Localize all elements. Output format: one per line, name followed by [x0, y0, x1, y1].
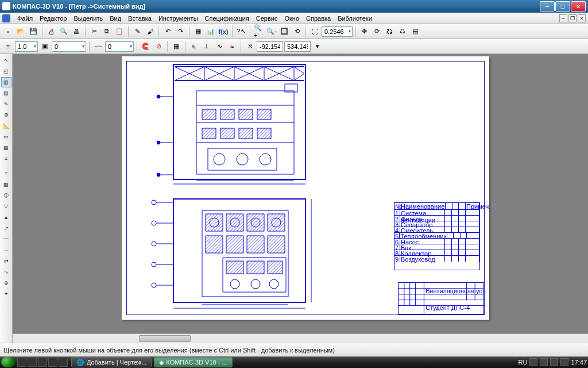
plot-button[interactable]: 🖶 [71, 26, 82, 37]
clock[interactable]: 17:47 [571, 359, 587, 366]
table-tool-button[interactable]: ▦ [1, 179, 11, 190]
print-button[interactable]: 🖨 [45, 26, 57, 37]
cut-button[interactable]: ✂ [88, 26, 100, 37]
base-tool-button[interactable]: ▲ [1, 212, 11, 223]
rotate-button[interactable]: ⟳ [372, 26, 383, 37]
copy-button[interactable]: ⧉ [101, 26, 113, 37]
snap-off-button[interactable]: ⊘ [153, 41, 164, 52]
line-weight-combo[interactable]: 1.0 [15, 41, 38, 52]
variables-button[interactable]: 📊 [205, 26, 216, 37]
zoom-window-button[interactable]: 🔲 [278, 26, 290, 37]
mark-tool-button[interactable]: 〰 [1, 234, 11, 244]
properties-button[interactable]: ✎ [131, 26, 143, 37]
new-button[interactable]: ▫ [2, 26, 14, 37]
layer-color-button[interactable]: ▣ [39, 41, 51, 52]
preview-button[interactable]: 🔍 [58, 26, 69, 37]
manage-button[interactable]: ▦ [192, 26, 204, 37]
menu-insert[interactable]: Вставка [125, 14, 155, 23]
geometry-tool-button[interactable]: ◰ [1, 66, 11, 76]
zoom-in-button[interactable]: 🔍+ [253, 26, 265, 37]
zoom-combo[interactable]: 0.2546 [322, 26, 353, 37]
leader-tool-button[interactable]: ↗ [1, 223, 11, 233]
refresh-button[interactable]: ♺ [397, 26, 408, 37]
format-button[interactable]: 🖌 [144, 26, 156, 37]
reports-tool-button[interactable]: ≡ [1, 154, 11, 164]
tray-icon[interactable] [529, 358, 537, 366]
fx-button[interactable]: f(x) [218, 26, 229, 37]
text-tool-button[interactable]: T [1, 168, 11, 179]
line-style-button[interactable]: ≡ [2, 41, 14, 52]
quicklaunch-icon[interactable] [28, 358, 37, 367]
drawing-canvas[interactable]: № Наименование Примеч. 1Система вентиляц… [13, 54, 588, 343]
balloon-tool-button[interactable]: ➀ [1, 190, 11, 201]
language-indicator[interactable]: RU [519, 359, 528, 366]
child-minimize-button[interactable]: – [559, 14, 567, 22]
grid-button[interactable]: ▦ [171, 41, 182, 52]
menu-select[interactable]: Выделить [70, 14, 106, 23]
redraw-button[interactable]: 🗘 [384, 26, 396, 37]
rough-tool-button[interactable]: ▽ [1, 201, 11, 212]
pan-button[interactable]: ✥ [359, 26, 370, 37]
save-button[interactable]: 💾 [28, 26, 39, 37]
zoom-fit-button[interactable]: ⛶ [309, 26, 320, 37]
border-tool-button[interactable]: ✦ [1, 289, 11, 299]
config-button[interactable]: ▤ [409, 26, 421, 37]
quicklaunch-icon[interactable] [38, 358, 47, 367]
child-close-button[interactable]: × [578, 14, 586, 22]
horizontal-scrollbar[interactable] [13, 334, 588, 343]
window-minimize-button[interactable]: – [540, 1, 555, 12]
select2-tool-button[interactable]: ▭ [1, 132, 11, 142]
quicklaunch-icon[interactable] [48, 358, 57, 367]
coord-y-input[interactable] [284, 41, 311, 52]
quicklaunch-icon[interactable] [17, 358, 26, 367]
menu-view[interactable]: Вид [106, 14, 125, 23]
menu-window[interactable]: Окно [281, 14, 303, 23]
style-button[interactable]: 〰 [92, 41, 104, 52]
params-tool-button[interactable]: ⚙ [1, 110, 11, 120]
edit-tool-button[interactable]: ✎ [1, 99, 11, 109]
center-tool-button[interactable]: ⊕ [1, 278, 11, 288]
redo-button[interactable]: ↷ [175, 26, 186, 37]
coord-dropdown-button[interactable]: ▾ [312, 41, 323, 52]
section-tool-button[interactable]: ↔ [1, 245, 11, 255]
taskbar-app-browser[interactable]: 🌐 Добавить | Чертеж... [71, 357, 152, 367]
menu-editor[interactable]: Редактор [36, 14, 70, 23]
window-close-button[interactable]: × [571, 1, 586, 12]
tangent-button[interactable]: ∿ [214, 41, 225, 52]
window-maximize-button[interactable]: □ [555, 1, 570, 12]
start-button[interactable] [1, 357, 15, 367]
help-pointer-button[interactable]: ?↖ [235, 26, 247, 37]
perp-button[interactable]: ⊥ [201, 41, 212, 52]
menu-service[interactable]: Сервис [253, 14, 281, 23]
view2-tool-button[interactable]: ⇄ [1, 256, 11, 266]
tray-icon[interactable] [540, 358, 548, 366]
dimensions-tool-button[interactable]: ▥ [1, 77, 11, 87]
coord-x-input[interactable] [257, 41, 283, 52]
tray-icon[interactable] [550, 358, 558, 366]
menu-tools[interactable]: Инструменты [155, 14, 202, 23]
spec-tool-button[interactable]: ▦ [1, 143, 11, 153]
notation-tool-button[interactable]: ▤ [1, 88, 11, 98]
menu-help[interactable]: Справка [303, 14, 334, 23]
taskbar-app-kompas[interactable]: ◆ КОМПАС-3D V10 - ... [154, 357, 232, 367]
select-tool-button[interactable]: ↖ [1, 55, 11, 66]
snap-toggle-button[interactable]: 🧲 [140, 41, 152, 52]
child-restore-button[interactable]: ❐ [568, 14, 577, 22]
quicklaunch-icon[interactable] [59, 358, 68, 367]
undo-button[interactable]: ↶ [162, 26, 173, 37]
open-button[interactable]: 📂 [15, 26, 26, 37]
wave-tool-button[interactable]: ∿ [1, 267, 11, 277]
menu-spec[interactable]: Спецификация [202, 14, 253, 23]
menu-file[interactable]: Файл [14, 14, 36, 23]
measure-tool-button[interactable]: 📐 [1, 121, 11, 131]
scrollbar-thumb[interactable] [139, 335, 191, 342]
zoom-out-button[interactable]: 🔍- [266, 26, 277, 37]
menu-libraries[interactable]: Библиотеки [334, 14, 376, 23]
volume-icon[interactable] [560, 358, 568, 366]
ortho-button[interactable]: ⊾ [188, 41, 200, 52]
local-cs-button[interactable]: ⤭ [244, 41, 256, 52]
round-button[interactable]: ≈ [226, 41, 238, 52]
paste-button[interactable]: 📋 [114, 26, 125, 37]
layer-combo[interactable]: 0 [52, 41, 86, 52]
style-combo[interactable]: 0 [105, 41, 134, 52]
